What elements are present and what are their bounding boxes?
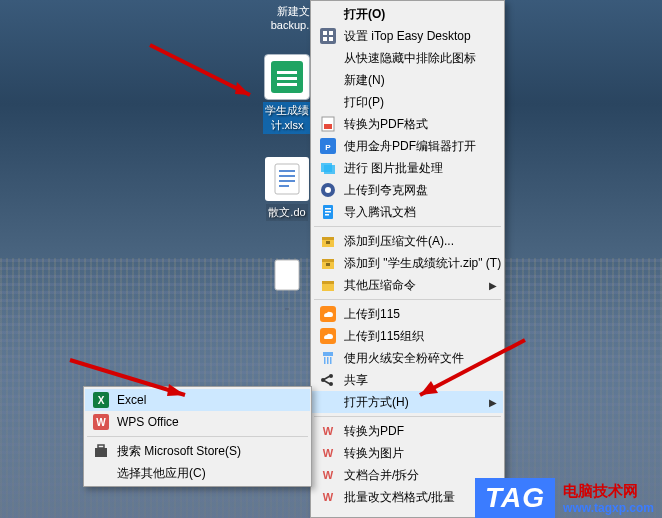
menu-compress-a[interactable]: 添加到压缩文件(A)... (312, 230, 503, 252)
svg-point-22 (325, 187, 331, 193)
svg-rect-31 (322, 259, 334, 262)
share-icon (318, 372, 338, 388)
menu-compress-other[interactable]: 其他压缩命令▶ (312, 274, 503, 296)
menu-itop[interactable]: 设置 iTop Easy Desktop (312, 25, 503, 47)
store-icon (91, 443, 111, 459)
tencent-doc-icon (318, 204, 338, 220)
menu-quark[interactable]: 上传到夸克网盘 (312, 179, 503, 201)
batch-img-icon (318, 160, 338, 176)
svg-rect-2 (277, 77, 297, 80)
svg-rect-26 (325, 214, 329, 216)
svg-rect-20 (324, 165, 335, 174)
svg-rect-24 (325, 208, 331, 210)
svg-rect-16 (324, 124, 332, 129)
svg-marker-54 (235, 82, 250, 95)
context-menu-main: 打开(O) 设置 iTop Easy Desktop 从快速隐藏中排除此图标 新… (310, 0, 505, 518)
svg-rect-28 (322, 237, 334, 240)
svg-rect-25 (325, 211, 331, 213)
desktop-file-blank-label (285, 308, 289, 310)
menu-open[interactable]: 打开(O) (312, 3, 503, 25)
itop-icon (318, 28, 338, 44)
menu-115[interactable]: 上传到115 (312, 303, 503, 325)
wps-icon: W (318, 467, 338, 483)
archive-icon (318, 277, 338, 293)
menu-huorong[interactable]: 使用火绒安全粉碎文件 (312, 347, 503, 369)
excel-icon: X (91, 392, 111, 408)
svg-text:W: W (323, 447, 334, 459)
svg-rect-4 (275, 164, 299, 194)
wps-icon: W (318, 423, 338, 439)
menu-separator (314, 416, 501, 417)
svg-rect-32 (326, 263, 330, 266)
menu-separator (314, 226, 501, 227)
menu-115-org[interactable]: 上传到115组织 (312, 325, 503, 347)
shredder-icon (318, 350, 338, 366)
watermark-url: www.tagxp.com (563, 501, 654, 515)
menu-separator (87, 436, 308, 437)
pdf-icon (318, 116, 338, 132)
svg-rect-52 (95, 448, 107, 457)
archive-icon (318, 255, 338, 271)
svg-rect-37 (323, 352, 333, 356)
svg-rect-34 (322, 281, 334, 284)
svg-rect-1 (277, 71, 297, 74)
svg-rect-10 (320, 28, 336, 44)
svg-rect-39 (327, 357, 329, 364)
menu-jinzhou[interactable]: P 使用金舟PDF编辑器打开 (312, 135, 503, 157)
menu-wps-pdf[interactable]: W 转换为PDF (312, 420, 503, 442)
menu-tencent[interactable]: 导入腾讯文档 (312, 201, 503, 223)
pdf-editor-icon: P (318, 138, 338, 154)
svg-rect-14 (329, 37, 333, 41)
menu-new[interactable]: 新建(N) (312, 69, 503, 91)
svg-rect-53 (98, 445, 104, 448)
svg-text:W: W (96, 417, 106, 428)
menu-compress-t[interactable]: 添加到 "学生成绩统计.zip" (T) (312, 252, 503, 274)
archive-icon (318, 233, 338, 249)
menu-open-with[interactable]: 打开方式(H)▶ (312, 391, 503, 413)
menu-wps-img[interactable]: W 转换为图片 (312, 442, 503, 464)
svg-text:W: W (323, 425, 334, 437)
svg-text:X: X (98, 395, 105, 406)
svg-rect-5 (279, 170, 295, 172)
svg-rect-29 (326, 241, 330, 244)
menu-batch-img[interactable]: 进行 图片批量处理 (312, 157, 503, 179)
svg-rect-8 (279, 185, 289, 187)
wps-icon: W (318, 489, 338, 505)
desktop-file-xlsx-label: 学生成绩 计.xlsx (263, 102, 311, 134)
svg-rect-9 (275, 260, 299, 290)
watermark-title: 电脑技术网 (563, 482, 654, 501)
cloud-115-icon (318, 306, 338, 322)
svg-rect-3 (277, 83, 297, 86)
spreadsheet-icon (269, 59, 305, 95)
submenu-excel[interactable]: X Excel (85, 389, 310, 411)
menu-quickhide[interactable]: 从快速隐藏中排除此图标 (312, 47, 503, 69)
context-menu-open-with: X Excel W WPS Office 搜索 Microsoft Store(… (83, 386, 312, 487)
chevron-right-icon: ▶ (489, 397, 497, 408)
svg-text:W: W (323, 469, 334, 481)
submenu-store[interactable]: 搜索 Microsoft Store(S) (85, 440, 310, 462)
chevron-right-icon: ▶ (489, 280, 497, 291)
menu-separator (314, 299, 501, 300)
wps-office-icon: W (91, 414, 111, 430)
svg-point-42 (329, 374, 333, 378)
quark-icon (318, 182, 338, 198)
svg-rect-12 (329, 31, 333, 35)
submenu-wps[interactable]: W WPS Office (85, 411, 310, 433)
watermark-tag: TAG (475, 478, 555, 518)
menu-share[interactable]: 共享 (312, 369, 503, 391)
svg-point-41 (321, 378, 325, 382)
svg-rect-38 (324, 357, 326, 364)
svg-text:P: P (325, 143, 331, 152)
wps-icon: W (318, 445, 338, 461)
menu-print[interactable]: 打印(P) (312, 91, 503, 113)
svg-rect-7 (279, 180, 295, 182)
document-icon (269, 161, 305, 197)
svg-rect-6 (279, 175, 295, 177)
submenu-other[interactable]: 选择其他应用(C) (85, 462, 310, 484)
menu-to-pdf[interactable]: 转换为PDF格式 (312, 113, 503, 135)
svg-rect-11 (323, 31, 327, 35)
svg-point-43 (329, 382, 333, 386)
desktop-file-doc-label: 散文.do (266, 204, 307, 221)
svg-text:W: W (323, 491, 334, 503)
watermark: TAG 电脑技术网 www.tagxp.com (475, 478, 662, 518)
